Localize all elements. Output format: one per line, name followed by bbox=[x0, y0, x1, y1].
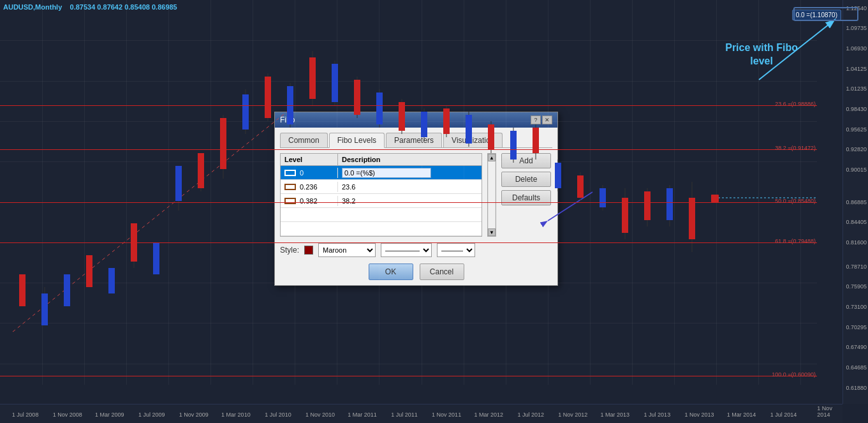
chart-symbol: AUDUSD,Monthly bbox=[3, 3, 62, 11]
price-tick: 0.61880 bbox=[846, 385, 867, 391]
price-tick: 0.64685 bbox=[846, 364, 867, 371]
svg-rect-52 bbox=[577, 175, 584, 198]
price-label-top: 0.0 =(1.10870) bbox=[792, 10, 841, 20]
svg-rect-38 bbox=[421, 112, 427, 137]
time-tick: 1 Nov 2014 bbox=[817, 405, 834, 418]
svg-rect-18 bbox=[198, 153, 204, 188]
chart-area: 23.6 =(0.98886) 38.2 =(0.91472) 50.0 =(0… bbox=[0, 0, 842, 404]
time-tick: 1 Jul 2009 bbox=[138, 412, 165, 418]
svg-rect-62 bbox=[689, 198, 695, 239]
svg-rect-14 bbox=[153, 242, 159, 274]
price-tick: 1.06930 bbox=[846, 45, 867, 52]
time-tick: 1 Mar 2012 bbox=[474, 412, 503, 418]
svg-rect-28 bbox=[309, 57, 316, 99]
svg-line-0 bbox=[13, 112, 287, 332]
svg-rect-56 bbox=[622, 198, 628, 233]
svg-rect-6 bbox=[64, 274, 70, 306]
svg-rect-22 bbox=[242, 94, 249, 130]
time-tick: 1 Nov 2009 bbox=[179, 412, 209, 418]
svg-rect-8 bbox=[86, 255, 92, 287]
chart-ohlc: 0.87534 0.87642 0.85408 0.86985 bbox=[70, 3, 177, 11]
price-tick: 1.09735 bbox=[846, 25, 867, 31]
svg-rect-58 bbox=[644, 191, 651, 220]
candlestick-chart bbox=[0, 0, 817, 385]
time-tick: 1 Jul 2010 bbox=[265, 412, 291, 418]
price-tick: 0.86885 bbox=[846, 199, 867, 205]
annotation-text: Price with Fibolevel bbox=[725, 41, 798, 68]
time-tick: 1 Nov 2008 bbox=[53, 412, 82, 418]
svg-rect-20 bbox=[220, 118, 226, 169]
price-tick: 0.67490 bbox=[846, 344, 867, 350]
time-tick: 1 Nov 2010 bbox=[305, 412, 335, 418]
price-tick: 0.81600 bbox=[846, 239, 867, 246]
price-tick: 0.84405 bbox=[846, 219, 867, 225]
time-tick: 1 Jul 2012 bbox=[517, 412, 544, 418]
price-tick: 0.90015 bbox=[846, 167, 867, 173]
svg-rect-30 bbox=[332, 64, 338, 102]
price-tick: 0.75905 bbox=[846, 283, 867, 290]
price-tick: 1.12540 bbox=[846, 5, 867, 11]
svg-rect-60 bbox=[666, 188, 673, 220]
time-tick: 1 Jul 2013 bbox=[644, 412, 671, 418]
chart-title: AUDUSD,Monthly 0.87534 0.87642 0.85408 0… bbox=[3, 3, 177, 11]
time-tick: 1 Mar 2014 bbox=[727, 412, 756, 418]
svg-rect-36 bbox=[399, 102, 405, 131]
svg-rect-64 bbox=[711, 195, 719, 202]
svg-rect-34 bbox=[376, 93, 383, 124]
time-tick: 1 Mar 2013 bbox=[601, 412, 630, 418]
time-tick: 1 Mar 2009 bbox=[95, 412, 124, 418]
svg-rect-42 bbox=[466, 115, 472, 144]
svg-rect-24 bbox=[265, 77, 271, 118]
svg-rect-46 bbox=[510, 131, 517, 160]
svg-rect-32 bbox=[354, 80, 360, 115]
svg-rect-10 bbox=[108, 268, 115, 293]
svg-rect-2 bbox=[19, 274, 26, 306]
time-tick: 1 Jul 2008 bbox=[12, 412, 39, 418]
price-tick: 0.73100 bbox=[846, 304, 867, 310]
time-tick: 1 Nov 2011 bbox=[432, 412, 461, 418]
price-tick: 0.92820 bbox=[846, 146, 867, 152]
svg-rect-40 bbox=[443, 108, 450, 134]
time-tick: 1 Mar 2010 bbox=[221, 412, 251, 418]
svg-rect-44 bbox=[488, 124, 494, 150]
price-tick: 0.95625 bbox=[846, 126, 867, 133]
svg-rect-16 bbox=[175, 166, 182, 201]
price-tick: 1.04125 bbox=[846, 66, 867, 72]
svg-rect-54 bbox=[600, 188, 606, 207]
time-tick: 1 Jul 2014 bbox=[770, 412, 797, 418]
svg-rect-4 bbox=[41, 293, 48, 325]
price-tick: 0.70295 bbox=[846, 324, 867, 330]
time-axis: 1 Jul 2008 1 Nov 2008 1 Mar 2009 1 Jul 2… bbox=[0, 404, 842, 423]
price-axis: 1.12540 1.09735 1.06930 1.04125 1.01235 … bbox=[842, 0, 868, 404]
chart-container: 23.6 =(0.98886) 38.2 =(0.91472) 50.0 =(0… bbox=[0, 0, 868, 423]
time-tick: 1 Jul 2011 bbox=[391, 412, 418, 418]
svg-rect-50 bbox=[555, 163, 561, 188]
price-tick: 0.98430 bbox=[846, 106, 867, 112]
time-tick: 1 Nov 2012 bbox=[558, 412, 587, 418]
price-tick: 0.78710 bbox=[846, 263, 867, 270]
time-tick: 1 Nov 2013 bbox=[684, 412, 714, 418]
price-tick: 1.01235 bbox=[846, 85, 867, 92]
time-tick: 1 Mar 2011 bbox=[348, 412, 377, 418]
